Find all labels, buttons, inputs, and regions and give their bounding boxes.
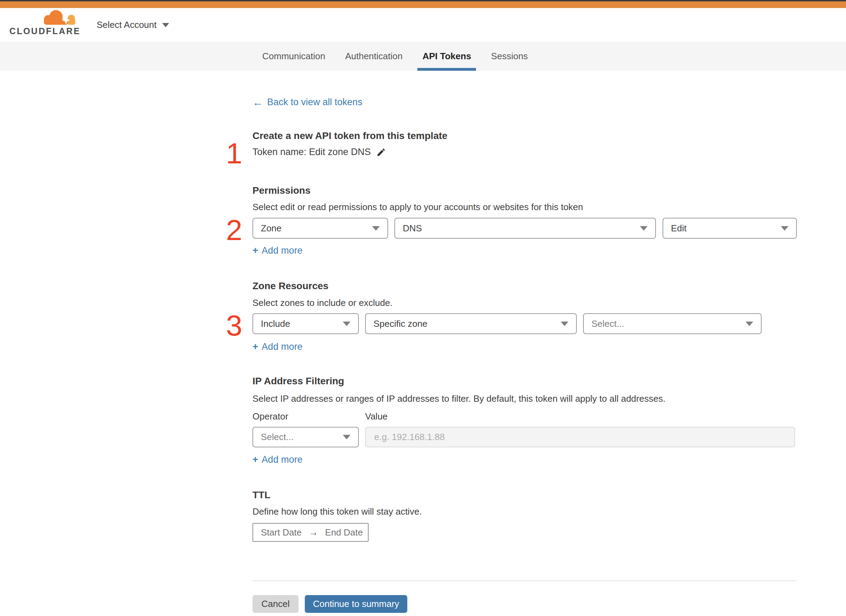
ip-value-input[interactable] [365, 427, 795, 447]
ip-filtering-add-more-link[interactable]: + Add more [253, 454, 302, 465]
tab-bar: Communication Authentication API Tokens … [0, 42, 846, 71]
continue-to-summary-button[interactable]: Continue to summary [305, 595, 407, 613]
operator-select[interactable]: Select... [253, 427, 359, 447]
caret-down-icon [372, 226, 380, 231]
zone-resources-add-more-label: Add more [262, 342, 302, 352]
zone-resources-add-more-link[interactable]: + Add more [253, 341, 302, 352]
header: CLOUDFLARE Select Account [0, 8, 846, 42]
page: CLOUDFLARE Select Account Communication … [0, 0, 846, 616]
caret-down-icon [746, 321, 753, 326]
step-number-3: 3 [226, 311, 242, 340]
back-to-tokens-link[interactable]: ← Back to view all tokens [253, 97, 362, 108]
ttl-description: Define how long this token will stay act… [253, 506, 422, 517]
tab-authentication[interactable]: Authentication [340, 42, 408, 71]
step-number-1: 1 [226, 139, 242, 168]
plus-icon: + [253, 454, 258, 465]
permission-scope-value: Zone [261, 223, 281, 234]
permissions-add-more-label: Add more [262, 245, 302, 256]
operator-placeholder: Select... [261, 432, 294, 443]
permissions-description: Select edit or read permissions to apply… [253, 202, 583, 213]
zone-scope-select[interactable]: Specific zone [365, 313, 577, 334]
caret-down-icon [640, 226, 647, 231]
operator-label: Operator [253, 411, 288, 422]
token-name-line: Token name: Edit zone DNS [253, 147, 386, 157]
ttl-heading: TTL [253, 490, 270, 501]
permission-type-value: DNS [403, 223, 422, 234]
back-arrow-icon: ← [253, 97, 263, 108]
plus-icon: + [253, 341, 258, 352]
cloudflare-cloud-icon [42, 9, 77, 25]
zone-include-value: Include [261, 318, 290, 329]
permission-type-select[interactable]: DNS [394, 218, 656, 239]
ip-filtering-heading: IP Address Filtering [253, 375, 344, 387]
zone-pick-select[interactable]: Select... [583, 313, 762, 334]
chevron-down-icon [162, 23, 169, 27]
start-date-placeholder: Start Date [261, 527, 302, 538]
caret-down-icon [343, 321, 350, 326]
cloudflare-logo: CLOUDFLARE [9, 9, 78, 41]
cancel-button[interactable]: Cancel [253, 595, 299, 613]
edit-pencil-icon[interactable] [376, 147, 386, 157]
caret-down-icon [561, 321, 568, 326]
end-date-placeholder: End Date [325, 527, 363, 538]
caret-down-icon [781, 226, 789, 231]
zone-scope-value: Specific zone [374, 318, 428, 329]
permissions-heading: Permissions [253, 185, 311, 196]
footer-divider [253, 581, 797, 581]
zone-resources-heading: Zone Resources [253, 280, 328, 292]
permission-access-select[interactable]: Edit [662, 218, 797, 239]
permission-access-value: Edit [671, 223, 687, 234]
date-range-arrow-icon: → [309, 527, 318, 538]
tabs: Communication Authentication API Tokens … [257, 42, 533, 71]
value-label: Value [365, 411, 388, 422]
ip-filtering-description: Select IP addresses or ranges of IP addr… [253, 393, 665, 404]
ip-filtering-add-more-label: Add more [262, 454, 302, 465]
permission-scope-select[interactable]: Zone [253, 218, 388, 239]
zone-include-select[interactable]: Include [253, 313, 359, 334]
step-number-2: 2 [226, 215, 242, 245]
plus-icon: + [253, 245, 258, 256]
template-heading: Create a new API token from this templat… [253, 130, 447, 141]
back-link-label: Back to view all tokens [267, 97, 362, 108]
zone-resources-description: Select zones to include or exclude. [253, 298, 393, 308]
tab-communication[interactable]: Communication [257, 42, 330, 71]
token-name-text: Token name: Edit zone DNS [253, 147, 371, 157]
account-selector[interactable]: Select Account [97, 8, 169, 42]
tab-sessions[interactable]: Sessions [486, 42, 533, 71]
tab-api-tokens[interactable]: API Tokens [418, 42, 476, 71]
permissions-add-more-link[interactable]: + Add more [253, 245, 302, 256]
zone-pick-placeholder: Select... [591, 318, 624, 329]
brand-accent-bar [0, 1, 846, 8]
caret-down-icon [343, 435, 350, 439]
cloudflare-wordmark: CLOUDFLARE [9, 26, 78, 36]
ttl-date-range-picker[interactable]: Start Date → End Date [253, 523, 369, 542]
account-selector-label: Select Account [97, 19, 157, 30]
